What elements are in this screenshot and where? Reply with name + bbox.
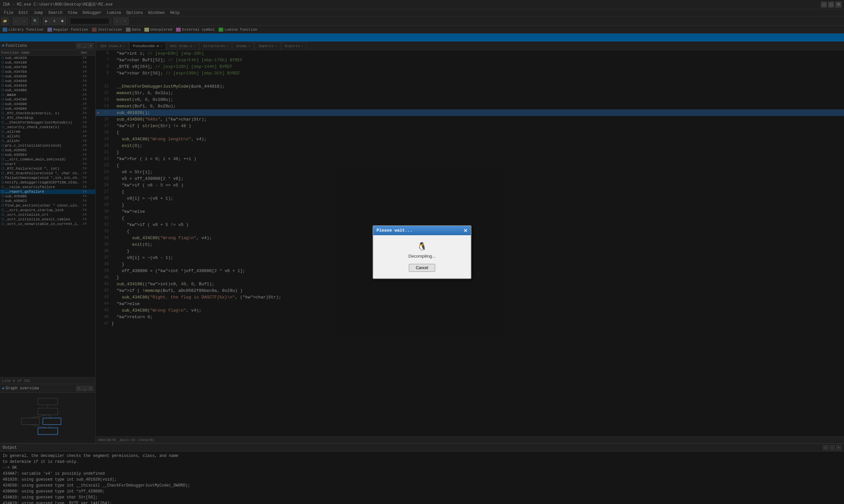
- modal-titlebar: Please wait... ✕: [373, 226, 471, 235]
- modal-message: Decompiling...: [378, 254, 466, 258]
- decompile-modal: Please wait... ✕ 🐧 Decompiling... Cancel: [373, 225, 471, 279]
- modal-close-button[interactable]: ✕: [464, 228, 467, 233]
- modal-overlay: Please wait... ✕ 🐧 Decompiling... Cancel: [0, 0, 844, 504]
- modal-body: 🐧 Decompiling... Cancel: [373, 235, 471, 278]
- modal-cancel-button[interactable]: Cancel: [409, 264, 435, 272]
- modal-title: Please wait...: [377, 228, 412, 233]
- modal-icon: 🐧: [378, 242, 466, 251]
